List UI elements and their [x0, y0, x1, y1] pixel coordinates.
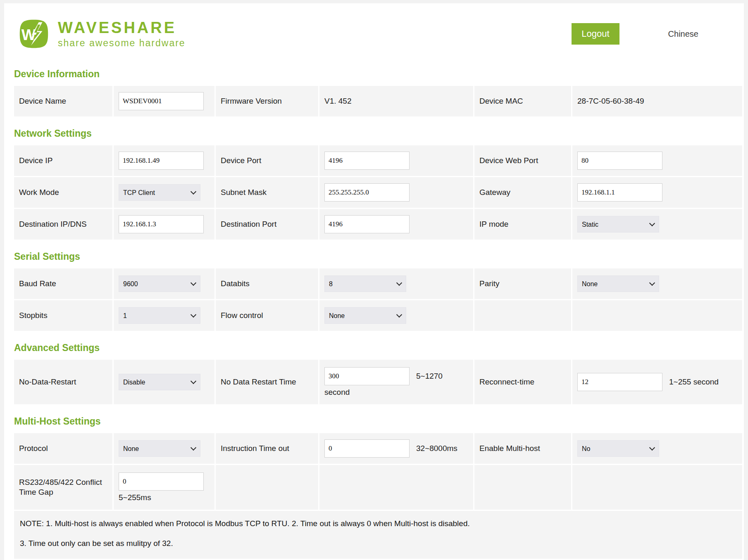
stopbits-label: Stopbits [19, 311, 48, 320]
no-data-restart-select[interactable]: Disable [119, 374, 200, 390]
page-card: W WAVESHARE share awesome hardware Logou… [4, 3, 744, 560]
web-port-input[interactable] [577, 152, 662, 170]
device-port-label: Device Port [221, 156, 261, 166]
destination-port-input[interactable] [324, 215, 410, 233]
section-title-multi-host-settings: Multi-Host Settings [14, 416, 738, 427]
empty-cell [474, 300, 571, 331]
parity-select[interactable]: None [577, 275, 659, 292]
destination-ip-input[interactable] [119, 215, 204, 233]
firmware-version-label: Firmware Version [221, 96, 282, 106]
logo-text: WAVESHARE share awesome hardware [58, 20, 186, 48]
table-row: Device IP Device Port Device Web Port [14, 145, 742, 176]
network-settings-table: Device IP Device Port Device Web Port Wo… [14, 145, 742, 240]
baud-rate-select[interactable]: 9600 [119, 275, 200, 292]
serial-settings-table: Baud Rate 9600 Databits 8 Parity None St… [14, 268, 742, 331]
ip-mode-select[interactable]: Static [577, 216, 659, 233]
table-row: Stopbits 1 Flow control None [14, 300, 742, 331]
multi-host-settings-table: Protocol None Instruction Time out 32~80… [14, 433, 742, 510]
protocol-label: Protocol [19, 444, 48, 453]
conflict-time-gap-label: RS232/485/422 Conflict Time Gap [19, 477, 107, 497]
logout-button[interactable]: Logout [572, 23, 619, 45]
language-link[interactable]: Chinese [668, 29, 698, 39]
enable-multihost-label: Enable Multi-host [479, 444, 540, 453]
destination-ip-label: Destination IP/DNS [19, 219, 87, 229]
reconnect-time-label: Reconnect-time [479, 377, 534, 387]
stopbits-select[interactable]: 1 [119, 307, 200, 324]
enable-multihost-select[interactable]: No [577, 440, 659, 457]
databits-select[interactable]: 8 [324, 275, 406, 292]
table-row: No-Data-Restart Disable No Data Restart … [14, 360, 742, 404]
reconnect-time-input[interactable] [577, 373, 662, 391]
table-row: Work Mode TCP Client Subnet Mask Gateway [14, 177, 742, 208]
subnet-mask-label: Subnet Mask [221, 187, 267, 197]
gateway-input[interactable] [577, 183, 662, 202]
device-ip-input[interactable] [119, 152, 204, 170]
parity-label: Parity [479, 279, 500, 289]
conflict-time-gap-range: 5~255ms [119, 493, 204, 502]
empty-cell [572, 465, 742, 510]
logo-title: WAVESHARE [58, 20, 186, 36]
device-web-port-label: Device Web Port [479, 156, 538, 166]
device-mac-value: 28-7C-05-60-38-49 [577, 97, 644, 106]
device-port-input[interactable] [324, 152, 410, 170]
device-name-label: Device Name [19, 96, 66, 106]
note-line-2: 3. Time out only can be set as mulitpy o… [20, 539, 736, 548]
flow-control-select[interactable]: None [324, 307, 406, 324]
section-title-serial-settings: Serial Settings [14, 251, 738, 262]
waveshare-logo: W WAVESHARE share awesome hardware [16, 16, 186, 52]
subnet-mask-input[interactable] [324, 183, 410, 202]
device-name-input[interactable] [119, 92, 204, 110]
device-information-table: Device Name Firmware Version V1. 452 Dev… [14, 86, 742, 116]
destination-port-label: Destination Port [221, 219, 276, 229]
ip-mode-label: IP mode [479, 219, 508, 229]
note-panel: NOTE: 1. Multi-host is always enabled wh… [14, 511, 742, 559]
waveshare-leaf-icon: W [16, 16, 52, 52]
no-data-restart-time-range: 5~1270 [416, 372, 443, 381]
empty-cell [216, 465, 318, 510]
empty-cell [319, 465, 473, 510]
no-data-restart-time-unit: second [324, 388, 443, 397]
note-line-1: NOTE: 1. Multi-host is always enabled wh… [20, 519, 736, 528]
reconnect-time-range: 1~255 second [669, 377, 719, 387]
section-title-advanced-settings: Advanced Settings [14, 342, 738, 354]
baud-rate-label: Baud Rate [19, 279, 56, 289]
gateway-label: Gateway [479, 187, 510, 197]
table-row: Protocol None Instruction Time out 32~80… [14, 433, 742, 464]
firmware-version-value: V1. 452 [324, 97, 352, 106]
device-mac-label: Device MAC [479, 96, 523, 106]
table-row: Baud Rate 9600 Databits 8 Parity None [14, 268, 742, 299]
section-title-network-settings: Network Settings [14, 128, 738, 139]
table-row: Device Name Firmware Version V1. 452 Dev… [14, 86, 742, 116]
table-row: RS232/485/422 Conflict Time Gap 5~255ms [14, 465, 742, 510]
conflict-time-gap-input[interactable] [119, 472, 204, 491]
instruction-timeout-input[interactable] [324, 439, 410, 458]
table-row: Destination IP/DNS Destination Port IP m… [14, 209, 742, 240]
flow-control-label: Flow control [221, 311, 263, 320]
logo-tagline: share awesome hardware [58, 38, 186, 48]
databits-label: Databits [221, 279, 250, 289]
work-mode-select[interactable]: TCP Client [119, 184, 200, 201]
instruction-timeout-label: Instruction Time out [221, 444, 289, 453]
no-data-restart-label: No-Data-Restart [19, 377, 76, 387]
work-mode-label: Work Mode [19, 187, 59, 197]
advanced-settings-table: No-Data-Restart Disable No Data Restart … [14, 360, 742, 404]
section-title-device-information: Device Information [14, 69, 738, 80]
no-data-restart-time-input[interactable] [324, 367, 410, 385]
empty-cell [572, 300, 742, 331]
page-header: W WAVESHARE share awesome hardware Logou… [10, 11, 738, 57]
device-ip-label: Device IP [19, 156, 52, 166]
empty-cell [474, 465, 571, 510]
protocol-select[interactable]: None [119, 440, 200, 457]
no-data-restart-time-label: No Data Restart Time [221, 377, 296, 387]
instruction-timeout-range: 32~8000ms [416, 444, 457, 453]
